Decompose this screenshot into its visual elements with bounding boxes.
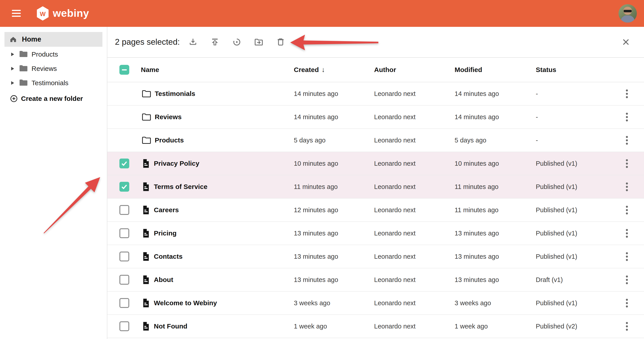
check-icon xyxy=(120,183,128,190)
column-header-created[interactable]: Created ↓ xyxy=(294,66,374,74)
webiny-logo[interactable]: W webiny xyxy=(36,0,89,27)
row-name-cell: Careers xyxy=(141,205,294,215)
table-row[interactable]: Pricing13 minutes agoLeonardo next13 min… xyxy=(107,222,644,245)
row-name-cell: Products xyxy=(141,136,294,145)
row-created: 12 minutes ago xyxy=(294,206,374,214)
chevron-right-icon[interactable] xyxy=(11,52,14,56)
menu-icon[interactable] xyxy=(12,10,21,17)
row-author: Leonardo next xyxy=(374,160,454,167)
restore-icon[interactable] xyxy=(232,37,242,47)
row-name: Privacy Policy xyxy=(154,160,199,167)
row-checkbox-cell xyxy=(107,175,141,198)
page-icon xyxy=(142,158,150,168)
row-checkbox[interactable] xyxy=(120,252,129,262)
kebab-menu-icon[interactable] xyxy=(624,297,630,309)
avatar[interactable] xyxy=(618,4,637,22)
create-folder-label: Create a new folder xyxy=(21,95,83,102)
sidebar-folder-label: Products xyxy=(32,50,58,58)
folder-icon xyxy=(19,79,28,86)
kebab-menu-icon[interactable] xyxy=(624,227,630,240)
row-menu-cell xyxy=(610,88,644,100)
row-created: 10 minutes ago xyxy=(294,160,374,167)
kebab-menu-icon[interactable] xyxy=(624,134,630,146)
table-row[interactable]: About13 minutes agoLeonardo next13 minut… xyxy=(107,268,644,292)
row-checkbox[interactable] xyxy=(120,228,129,238)
select-all-checkbox[interactable] xyxy=(120,65,129,75)
sidebar-folder-testimonials[interactable]: Testimonials xyxy=(0,76,107,90)
kebab-menu-icon[interactable] xyxy=(624,181,630,193)
row-checkbox[interactable] xyxy=(120,205,129,215)
row-author: Leonardo next xyxy=(374,253,454,260)
row-name-cell: Contacts xyxy=(141,252,294,262)
row-checkbox-checked[interactable] xyxy=(120,182,129,192)
row-author: Leonardo next xyxy=(374,230,454,237)
publish-icon[interactable] xyxy=(210,37,220,47)
column-header-modified[interactable]: Modified xyxy=(454,66,536,74)
close-icon[interactable] xyxy=(621,37,631,47)
kebab-menu-icon[interactable] xyxy=(624,158,630,170)
row-menu-cell xyxy=(610,134,644,146)
row-checkbox[interactable] xyxy=(120,275,129,285)
folder-icon xyxy=(19,64,28,72)
kebab-menu-icon[interactable] xyxy=(624,88,630,100)
row-modified: 13 minutes ago xyxy=(454,230,536,237)
row-name-cell: Pricing xyxy=(141,228,294,238)
table-row[interactable]: Privacy Policy10 minutes agoLeonardo nex… xyxy=(107,152,644,175)
table-row[interactable]: Welcome to Webiny3 weeks agoLeonardo nex… xyxy=(107,292,644,315)
row-checkbox[interactable] xyxy=(120,321,129,331)
delete-icon[interactable] xyxy=(276,37,286,47)
sidebar-item-home[interactable]: Home xyxy=(4,32,102,47)
kebab-menu-icon[interactable] xyxy=(624,250,630,263)
row-status: - xyxy=(536,113,610,121)
column-header-status[interactable]: Status xyxy=(536,66,610,74)
page-icon xyxy=(142,205,150,215)
kebab-menu-icon[interactable] xyxy=(624,274,630,286)
row-name-cell: Reviews xyxy=(141,112,294,122)
row-name-cell: About xyxy=(141,275,294,285)
row-author: Leonardo next xyxy=(374,323,454,330)
sidebar-home-label: Home xyxy=(22,35,41,44)
sidebar-folder-reviews[interactable]: Reviews xyxy=(0,62,107,76)
row-menu-cell xyxy=(610,111,644,123)
row-name-cell: Not Found xyxy=(141,321,294,331)
row-name: Terms of Service xyxy=(154,183,208,190)
table-row[interactable]: Products5 days agoLeonardo next5 days ag… xyxy=(107,129,644,152)
row-name-cell: Privacy Policy xyxy=(141,158,294,168)
table-row[interactable]: Not Found1 week agoLeonardo next1 week a… xyxy=(107,315,644,338)
move-to-folder-icon[interactable] xyxy=(254,37,264,47)
sidebar-folder-products[interactable]: Products xyxy=(0,47,107,62)
table-row[interactable]: Testimonials14 minutes agoLeonardo next1… xyxy=(107,82,644,106)
column-header-author[interactable]: Author xyxy=(374,66,454,74)
row-checkbox[interactable] xyxy=(120,298,129,308)
table-row[interactable]: Reviews14 minutes agoLeonardo next14 min… xyxy=(107,106,644,129)
row-author: Leonardo next xyxy=(374,276,454,284)
row-created: 14 minutes ago xyxy=(294,90,374,98)
kebab-menu-icon[interactable] xyxy=(624,111,630,123)
row-name: Not Found xyxy=(154,322,188,330)
download-icon[interactable] xyxy=(188,37,198,47)
table-row[interactable]: Careers12 minutes agoLeonardo next11 min… xyxy=(107,198,644,222)
row-created: 11 minutes ago xyxy=(294,183,374,190)
sidebar-folder-label: Reviews xyxy=(32,65,57,72)
row-menu-cell xyxy=(610,227,644,240)
avatar-body xyxy=(621,16,634,22)
row-checkbox-cell xyxy=(107,106,141,128)
chevron-right-icon[interactable] xyxy=(11,67,14,70)
row-status: Draft (v1) xyxy=(536,276,610,284)
check-icon xyxy=(120,160,128,167)
row-modified: 3 weeks ago xyxy=(454,300,536,307)
kebab-menu-icon[interactable] xyxy=(624,204,630,216)
row-name-cell: Terms of Service xyxy=(141,182,294,192)
circle-plus-icon xyxy=(10,94,18,103)
create-folder-button[interactable]: Create a new folder xyxy=(0,92,107,106)
table-row[interactable]: Contacts13 minutes agoLeonardo next13 mi… xyxy=(107,245,644,268)
kebab-menu-icon[interactable] xyxy=(624,320,630,332)
row-author: Leonardo next xyxy=(374,206,454,214)
chevron-right-icon[interactable] xyxy=(11,81,14,85)
row-checkbox-checked[interactable] xyxy=(120,158,129,168)
row-menu-cell xyxy=(610,320,644,332)
row-author: Leonardo next xyxy=(374,137,454,144)
page-icon xyxy=(142,298,150,308)
table-row[interactable]: Terms of Service11 minutes agoLeonardo n… xyxy=(107,175,644,198)
column-header-name[interactable]: Name xyxy=(141,66,294,74)
